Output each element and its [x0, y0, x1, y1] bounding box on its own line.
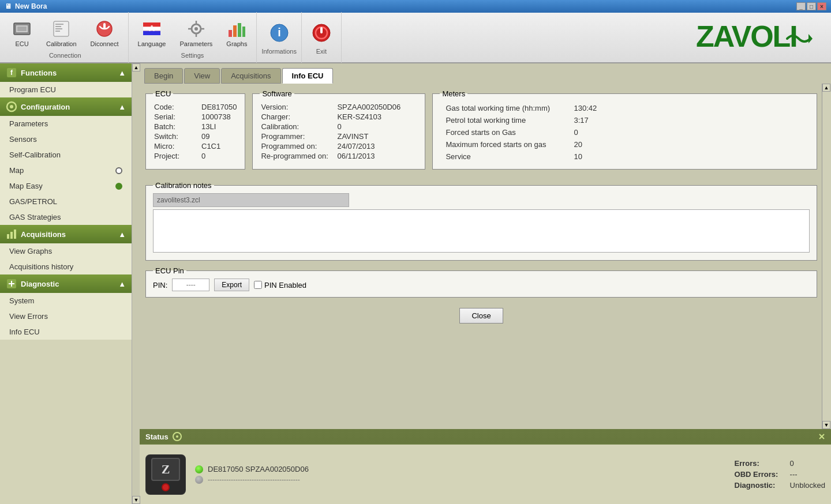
maximize-button[interactable]: □: [807, 2, 816, 10]
titlebar-title: New Bora: [15, 2, 47, 10]
err-row-diagnostic: Diagnostic: Unblocked: [735, 481, 825, 490]
info-icon: i: [269, 22, 290, 43]
svg-rect-6: [55, 28, 62, 29]
ecu-micro-value: C1C1: [201, 142, 237, 151]
acquisitions-history-label: Acquisitions history: [9, 262, 73, 271]
svg-text:i: i: [278, 26, 281, 39]
sidebar-item-gas-strategies[interactable]: GAS Strategies: [0, 209, 132, 225]
calibration-icon: [51, 18, 72, 39]
sidebar-scrollbar: ▲ ▼: [132, 63, 140, 504]
sidebar-scroll-up[interactable]: ▲: [132, 63, 140, 72]
content-scroll-down[interactable]: ▼: [822, 421, 830, 429]
sidebar-item-self-calibration[interactable]: Self-Calibration: [0, 147, 132, 163]
parameters-label: Parameters: [179, 40, 212, 47]
pin-enabled-checkbox[interactable]: [254, 281, 262, 289]
ecu-pin-panel: ECU Pin PIN: Export PIN Enabled: [145, 266, 817, 298]
exit-label: Exit: [316, 48, 327, 55]
errors-value: 0: [790, 459, 794, 468]
sidebar-item-sensors[interactable]: Sensors: [0, 131, 132, 147]
sidebar-item-map-easy[interactable]: Map Easy: [0, 178, 132, 194]
acquisitions-content: View Graphs Acquisitions history: [0, 243, 132, 274]
svg-rect-5: [55, 26, 61, 27]
diagnostic-section-header[interactable]: Diagnostic ▲: [0, 274, 132, 293]
disconnect-button[interactable]: Diconnect: [86, 16, 123, 50]
sidebar-item-system[interactable]: System: [0, 293, 132, 309]
toolbar: ECU Calibration Diconnect Connection A: [0, 13, 831, 63]
tab-begin[interactable]: Begin: [144, 68, 183, 84]
close-button[interactable]: Close: [459, 308, 503, 324]
ecu-batch-value: 13LI: [201, 122, 237, 131]
calibration-notes-textarea[interactable]: [153, 209, 810, 253]
gas-petrol-label: GAS/PETROL: [9, 197, 57, 206]
self-calibration-label: Self-Calibration: [9, 151, 61, 159]
svg-rect-2: [17, 27, 27, 31]
app-body: f Functions ▲ Program ECU Configuration …: [0, 63, 831, 504]
sidebar-item-view-graphs[interactable]: View Graphs: [0, 243, 132, 259]
configuration-title-row: Configuration: [6, 101, 70, 112]
tab-info-ecu[interactable]: Info ECU: [282, 68, 334, 84]
app-icon: 🖥: [5, 2, 12, 10]
meter-max-forced-starts-value: 20: [569, 139, 601, 150]
ecu-device-icon: Z: [145, 454, 186, 495]
content-scroll-up[interactable]: ▲: [822, 84, 830, 92]
functions-content: Program ECU: [0, 82, 132, 97]
errors-label: Errors:: [735, 459, 787, 468]
sidebar-item-map[interactable]: Map: [0, 163, 132, 178]
sidebar-item-program-ecu[interactable]: Program ECU: [0, 82, 132, 97]
meter-forced-starts: Forced starts on Gas0: [441, 127, 601, 138]
tab-acquisitions[interactable]: Acquisitions: [221, 68, 280, 84]
functions-section-header[interactable]: f Functions ▲: [0, 63, 132, 82]
parameters-button[interactable]: Parameters: [175, 16, 217, 50]
diagnostic-title-row: Diagnostic: [6, 278, 59, 289]
map-easy-radio[interactable]: [115, 183, 122, 190]
sw-programmer-value: ZAVINST: [337, 132, 400, 141]
pin-input[interactable]: [172, 279, 209, 291]
acquisitions-title-row: Acquisitions: [6, 228, 66, 240]
exit-button[interactable]: [306, 20, 336, 46]
configuration-section-header[interactable]: Configuration ▲: [0, 97, 132, 116]
ecu-button[interactable]: ECU: [7, 16, 37, 50]
export-button[interactable]: Export: [214, 279, 249, 291]
close-button[interactable]: ×: [817, 2, 826, 10]
sidebar-item-view-errors[interactable]: View Errors: [0, 309, 132, 324]
system-label: System: [9, 296, 34, 305]
status-ecu-device: DE817050 SPZAA002050D06: [208, 465, 309, 473]
calibration-notes-panel: Calibration notes: [145, 181, 817, 261]
svg-rect-37: [10, 232, 13, 239]
svg-rect-29: [320, 27, 323, 33]
sidebar-wrapper: f Functions ▲ Program ECU Configuration …: [0, 63, 140, 504]
svg-point-43: [176, 435, 178, 438]
sw-field-calibration: Calibration:0: [261, 122, 400, 131]
calibration-button[interactable]: Calibration: [42, 16, 81, 50]
acquisitions-label: Acquisitions: [21, 230, 66, 239]
meter-petrol-time-value: 3:17: [569, 115, 601, 126]
sidebar-scroll-down[interactable]: ▼: [132, 496, 140, 504]
pin-enabled-text: PIN Enabled: [264, 281, 306, 289]
pin-enabled-label[interactable]: PIN Enabled: [254, 281, 306, 289]
sw-calibration-value: 0: [337, 122, 400, 131]
sidebar-item-parameters[interactable]: Parameters: [0, 116, 132, 131]
info-button[interactable]: i: [264, 20, 294, 46]
sidebar-item-acquisitions-history[interactable]: Acquisitions history: [0, 259, 132, 274]
meters-panel-title: Meters: [440, 89, 467, 98]
content-scrollbar: ▲ ▼: [822, 84, 831, 429]
parameters-icon: [186, 18, 207, 39]
right-panel: Begin View Acquisitions Info ECU ECU Cod…: [140, 63, 831, 504]
calibration-notes-input[interactable]: [153, 193, 349, 207]
sidebar-item-info-ecu[interactable]: Info ECU: [0, 324, 132, 340]
svg-rect-21: [229, 30, 232, 37]
map-radio[interactable]: [115, 167, 122, 174]
language-button[interactable]: A Language: [133, 16, 171, 50]
acquisitions-section-header[interactable]: Acquisitions ▲: [0, 225, 132, 243]
sw-field-version: Version:SPZAA002050D06: [261, 103, 400, 111]
minimize-button[interactable]: _: [796, 2, 806, 10]
status-icon: [172, 431, 182, 442]
meter-forced-starts-value: 0: [569, 127, 601, 138]
svg-point-35: [10, 105, 13, 108]
ecu-switch-value: 09: [201, 132, 237, 141]
tab-view[interactable]: View: [184, 68, 220, 84]
graphs-button[interactable]: Graphs: [222, 16, 252, 50]
meter-max-forced-starts: Maximum forced starts on gas20: [441, 139, 601, 150]
pin-section: PIN: Export PIN Enabled: [153, 279, 810, 291]
sidebar-item-gas-petrol[interactable]: GAS/PETROL: [0, 194, 132, 209]
